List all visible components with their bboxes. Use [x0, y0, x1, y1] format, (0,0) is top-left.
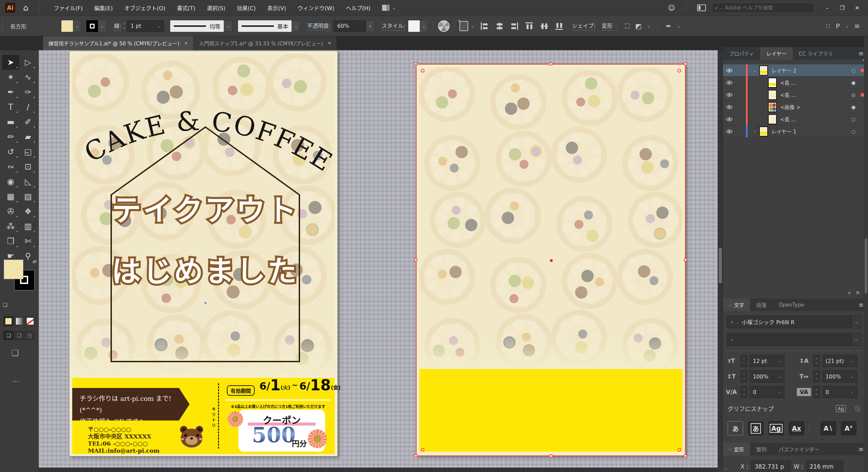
selection-handle-n[interactable]	[549, 62, 552, 65]
brush-definition-chevron[interactable]: ⌄	[292, 20, 300, 32]
stroke-color-dropdown[interactable]: ⌄	[86, 20, 106, 32]
panel-scrollbar[interactable]	[864, 36, 868, 472]
tab-layers[interactable]: レイヤー	[760, 47, 793, 60]
scrollbar-thumb[interactable]	[719, 248, 722, 283]
layer-name[interactable]: レイヤー 1	[771, 128, 846, 135]
layer-name[interactable]: <長 ...	[780, 91, 846, 98]
opacity-link[interactable]: 不透明度:	[307, 21, 331, 30]
vertical-scale-field[interactable]: 100%⌄	[749, 370, 785, 383]
font-family-field[interactable]: ⌕ ⌄ 小塚ゴシック Pr6N R	[727, 315, 851, 328]
target-circle[interactable]: ○	[846, 129, 861, 134]
toggle-embox[interactable]: あ	[748, 421, 764, 435]
layer-thumbnail[interactable]	[759, 65, 768, 76]
kerning-field[interactable]: 0⌄	[749, 386, 785, 398]
selection-handle-nw[interactable]	[414, 62, 417, 65]
target-circle[interactable]: ○	[846, 117, 861, 122]
align-left-icon[interactable]	[480, 22, 489, 30]
stepper[interactable]: ⌃⌄	[741, 355, 747, 367]
swap-fill-stroke-icon[interactable]: ⇄	[32, 259, 37, 265]
tab-character[interactable]: ◇文字	[723, 299, 750, 311]
selection-handle-e[interactable]	[684, 258, 687, 261]
selection-center-point[interactable]	[550, 259, 553, 262]
doc-tab-active[interactable]: 練習用チラシサンプル1.ai* @ 50 % (CMYK/プレビュー) ✕	[43, 36, 194, 50]
magic-wand-tool[interactable]: ✶	[2, 70, 19, 85]
pen-tool[interactable]: ✒	[2, 85, 19, 100]
stroke-panel-link[interactable]: 線:	[114, 21, 121, 30]
panel-scroll-down-icon[interactable]: ⌄	[724, 466, 728, 471]
tab-opentype[interactable]: OpenType	[773, 299, 810, 311]
coupon-band[interactable]: チラシ作りは art-pi.com まで!(*^^*) 修正依頼も OK です♪…	[72, 378, 335, 454]
visibility-eye-icon[interactable]	[723, 93, 736, 97]
snap-options-icon[interactable]: ∷	[826, 22, 830, 30]
settings-list-icon[interactable]: ≡	[854, 22, 860, 30]
shape-builder-tool[interactable]: ◉	[2, 174, 19, 189]
chevron-down-icon[interactable]: ⌄	[677, 24, 680, 28]
stepper[interactable]: ⌃⌄	[741, 386, 747, 398]
info-icon[interactable]: ⓘ	[855, 404, 861, 413]
target-circle[interactable]: ●	[846, 80, 861, 85]
illustrator-logo-icon[interactable]: Ai	[5, 2, 16, 13]
chevron-down-icon[interactable]: ⌄	[845, 24, 849, 28]
tracking-field[interactable]: 0⌄	[822, 386, 857, 398]
gradient-tool[interactable]: ▨	[19, 189, 37, 204]
tab-cc-libraries[interactable]: CC ライブラリ	[793, 47, 839, 60]
empty-coupon-band[interactable]	[419, 369, 683, 452]
draw-behind-icon[interactable]: ❏	[14, 331, 24, 340]
help-search-input[interactable]	[725, 5, 800, 11]
layer-thumbnail[interactable]	[759, 126, 768, 137]
opacity-more-button[interactable]: ›	[366, 20, 374, 32]
doc-tab-inactive[interactable]: 入門用ステップ1.ai* @ 33.33 % (CMYK/プレビュー) ✕	[194, 36, 337, 50]
layer-row[interactable]: <長 ... ○	[723, 113, 868, 125]
tab-align[interactable]: 整列	[750, 443, 772, 455]
menu-view[interactable]: 表示(V)	[267, 4, 286, 12]
toggle-rotation[interactable]: A°	[841, 421, 856, 435]
layer-name[interactable]: <長 ...	[780, 116, 846, 123]
stepper[interactable]: ⌃⌄	[813, 386, 820, 398]
direct-selection-tool[interactable]: ▷	[19, 55, 37, 70]
scale-tool[interactable]: ◱	[19, 144, 37, 159]
opacity-field[interactable]: 60%	[333, 20, 366, 32]
brush-definition-preview[interactable]: 基本	[238, 20, 292, 32]
column-graph-tool[interactable]: ▥	[19, 219, 37, 234]
menu-object[interactable]: オブジェクト(O)	[124, 4, 165, 12]
restore-button[interactable]: ❐	[835, 1, 850, 15]
tab-properties[interactable]: プロパティ	[723, 47, 760, 60]
home-icon[interactable]: ⌂	[23, 3, 28, 13]
horizontal-scale-field[interactable]: 100%⌄	[822, 370, 857, 383]
x-field[interactable]: 382.731 p	[751, 460, 791, 472]
visibility-eye-icon[interactable]	[723, 68, 736, 73]
glyph-ag-icon[interactable]: Ag	[836, 405, 846, 412]
panel-drag-handle[interactable]	[2, 19, 5, 33]
isolate-object-icon[interactable]: ⛶	[625, 22, 630, 30]
default-fill-stroke-icon[interactable]: ❏	[3, 302, 7, 308]
canvas-pasteboard[interactable]: CAKE & COFFEE テイクアウト はじめました × チラシ作りは art…	[39, 50, 718, 468]
properties-panel-icon[interactable]: P	[836, 22, 840, 30]
blend-tool[interactable]: ❖	[19, 204, 37, 219]
close-button[interactable]: ✕	[850, 1, 865, 15]
menu-help[interactable]: ヘルプ(H)	[346, 4, 371, 12]
leading-field[interactable]: (21 pt)⌄	[822, 355, 857, 367]
free-transform-tool[interactable]: ⊡	[19, 159, 37, 174]
selection-tool[interactable]: ➤	[2, 55, 19, 70]
selection-handle-sw[interactable]	[414, 454, 417, 457]
shape-link[interactable]: シェイプ:	[572, 21, 595, 30]
target-circle[interactable]: ○	[846, 68, 861, 73]
layer-row[interactable]: <長 ... ●	[723, 77, 868, 89]
gradient-button[interactable]	[14, 316, 24, 326]
target-circle[interactable]: ◎	[846, 92, 861, 98]
layer-name[interactable]: <長 ...	[780, 79, 846, 86]
tab-transform[interactable]: ◇変形	[723, 443, 750, 455]
close-tab-icon[interactable]: ✕	[328, 41, 332, 46]
eyedropper-tool[interactable]: ✇	[2, 204, 19, 219]
menu-file[interactable]: ファイル(F)	[54, 4, 83, 12]
selection-handle-ne[interactable]	[684, 62, 687, 65]
align-right-icon[interactable]	[510, 22, 519, 30]
stepper[interactable]: ⌃⌄	[813, 370, 820, 383]
expand-icon[interactable]: ⌄	[750, 68, 759, 73]
house-outline-shape[interactable]: テイクアウト はじめました	[70, 51, 338, 376]
stepper[interactable]: ⌃⌄	[741, 370, 747, 383]
font-style-field[interactable]: -	[727, 333, 851, 346]
layer-name[interactable]: レイヤー 2	[771, 67, 846, 74]
slice-tool[interactable]: ✄	[19, 234, 37, 249]
layer-row[interactable]: <画像 > ●	[723, 101, 868, 113]
